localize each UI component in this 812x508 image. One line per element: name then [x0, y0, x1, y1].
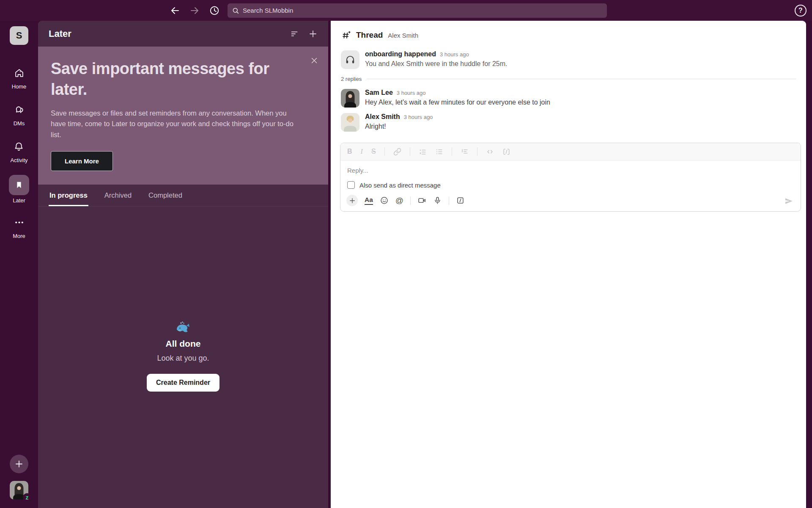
sidebar-item-later[interactable]: Later [9, 175, 29, 204]
bell-icon [11, 138, 27, 155]
message-author: Alex Smith [365, 113, 400, 121]
workspace-switcher-button[interactable]: S [10, 26, 28, 45]
clock-icon [209, 5, 220, 16]
new-reminder-button[interactable] [306, 27, 320, 41]
create-new-button[interactable] [10, 455, 28, 473]
also-send-dm-label: Also send as direct message [359, 182, 441, 189]
also-send-dm-row: Also send as direct message [340, 177, 801, 190]
sidebar-item-activity[interactable]: Activity [10, 138, 27, 163]
avatar [341, 113, 359, 132]
empty-state: All done Look at you go. Create Reminder [38, 321, 328, 392]
whale-emoji [176, 321, 191, 334]
sidebar-item-label: Later [13, 197, 25, 204]
divider-line [367, 79, 796, 79]
plus-icon [308, 29, 318, 39]
message-timestamp[interactable]: 3 hours ago [440, 51, 469, 58]
replies-divider: 2 replies [341, 76, 796, 82]
thread-hash-icon [341, 30, 351, 40]
bookmark-icon [9, 175, 29, 195]
history-button[interactable] [207, 3, 222, 18]
help-button[interactable]: ? [795, 5, 807, 17]
tab-archived[interactable]: Archived [104, 185, 132, 206]
later-panel: Later Save important messages for later.… [38, 21, 328, 508]
empty-state-subtitle: Look at you go. [157, 354, 209, 363]
topbar: ? [0, 0, 812, 21]
learn-more-button[interactable]: Learn More [51, 151, 113, 171]
back-arrow-icon [170, 6, 180, 16]
strikethrough-icon[interactable]: S [371, 148, 376, 155]
history-forward-button[interactable] [188, 4, 201, 17]
toolbar-divider [384, 147, 385, 156]
reply-composer[interactable]: B I S Also send as direct message Aa @ [340, 143, 801, 212]
plus-icon [14, 459, 24, 469]
message-text: Alright! [365, 123, 433, 130]
message-timestamp[interactable]: 3 hours ago [404, 114, 433, 120]
bulleted-list-icon[interactable] [435, 148, 443, 156]
left-rail: S Home DMs Activity Later More [0, 21, 38, 508]
thread-header: Thread Alex Smith [331, 21, 806, 46]
sidebar-item-label: Home [12, 83, 27, 90]
create-reminder-button[interactable]: Create Reminder [147, 374, 219, 392]
italic-icon[interactable]: I [361, 148, 363, 155]
sidebar-item-more[interactable]: More [11, 214, 27, 239]
forward-arrow-icon [189, 6, 200, 16]
later-promo-banner: Save important messages for later. Save … [38, 47, 328, 185]
shortcuts-icon[interactable] [456, 196, 465, 205]
emoji-icon[interactable] [380, 196, 389, 205]
dms-icon [11, 101, 27, 118]
toolbar-divider [410, 196, 411, 205]
toolbar-divider [477, 147, 477, 156]
help-icon: ? [798, 7, 803, 14]
reply-input-area[interactable] [340, 160, 801, 177]
workspace-initial: S [16, 30, 22, 41]
filter-icon [290, 29, 299, 39]
send-icon [784, 196, 794, 206]
user-avatar[interactable]: z [10, 481, 28, 500]
reply-message[interactable]: Alex Smith 3 hours ago Alright! [331, 113, 806, 132]
also-send-dm-checkbox[interactable] [347, 181, 355, 189]
close-icon [310, 56, 319, 65]
message-timestamp[interactable]: 3 hours ago [397, 90, 426, 96]
banner-close-button[interactable] [310, 56, 319, 65]
sidebar-item-home[interactable]: Home [11, 64, 27, 90]
tab-in-progress[interactable]: In progress [49, 185, 88, 206]
message-text: You and Alex Smith were in the huddle fo… [365, 60, 508, 68]
replies-count: 2 replies [341, 76, 362, 82]
history-back-button[interactable] [168, 4, 182, 17]
ellipsis-icon [11, 214, 27, 231]
banner-body: Save messages or files and set reminders… [51, 108, 294, 141]
ordered-list-icon[interactable] [419, 148, 427, 156]
sidebar-item-label: DMs [14, 120, 25, 127]
banner-heading: Save important messages for later. [51, 58, 279, 100]
search-bar[interactable] [228, 3, 607, 18]
message-author: onboarding happened [365, 50, 436, 58]
send-button[interactable] [784, 196, 794, 206]
mention-icon[interactable]: @ [395, 196, 403, 205]
filter-button[interactable] [288, 27, 301, 41]
format-icon[interactable]: Aa [365, 196, 373, 205]
sidebar-item-dms[interactable]: DMs [11, 101, 27, 127]
search-input[interactable] [243, 7, 603, 14]
thread-panel: Thread Alex Smith onboarding happened 3 … [331, 21, 806, 508]
page-title: Later [49, 28, 71, 39]
mic-icon[interactable] [433, 196, 442, 205]
code-block-icon[interactable] [502, 148, 510, 156]
toolbar-divider [452, 147, 452, 156]
link-icon[interactable] [393, 148, 401, 156]
tab-completed[interactable]: Completed [148, 185, 183, 206]
formatting-toolbar: B I S [340, 143, 801, 160]
reply-message[interactable]: Sam Lee 3 hours ago Hey Alex, let's wait… [331, 89, 806, 108]
root-message[interactable]: onboarding happened 3 hours ago You and … [331, 50, 806, 69]
blockquote-icon[interactable] [461, 148, 469, 156]
home-icon [11, 64, 27, 81]
reply-input[interactable] [347, 167, 794, 174]
search-icon [232, 7, 239, 14]
code-icon[interactable] [486, 148, 494, 156]
sidebar-item-label: Activity [10, 157, 27, 163]
bold-icon[interactable]: B [347, 148, 352, 155]
attach-button[interactable] [346, 195, 358, 206]
video-icon[interactable] [417, 196, 426, 205]
message-text: Hey Alex, let's wait a few minutes for o… [365, 99, 550, 106]
thread-title: Thread [356, 30, 383, 40]
empty-state-title: All done [166, 339, 201, 349]
